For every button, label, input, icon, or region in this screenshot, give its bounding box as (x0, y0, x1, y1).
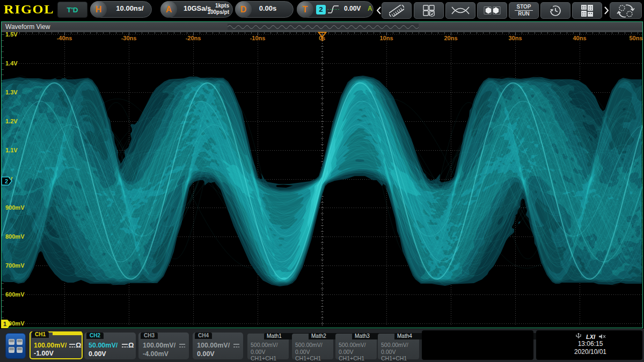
svg-text:LXI: LXI (586, 334, 596, 340)
svg-text:2: 2 (5, 178, 8, 184)
svg-text:1: 1 (3, 321, 6, 327)
